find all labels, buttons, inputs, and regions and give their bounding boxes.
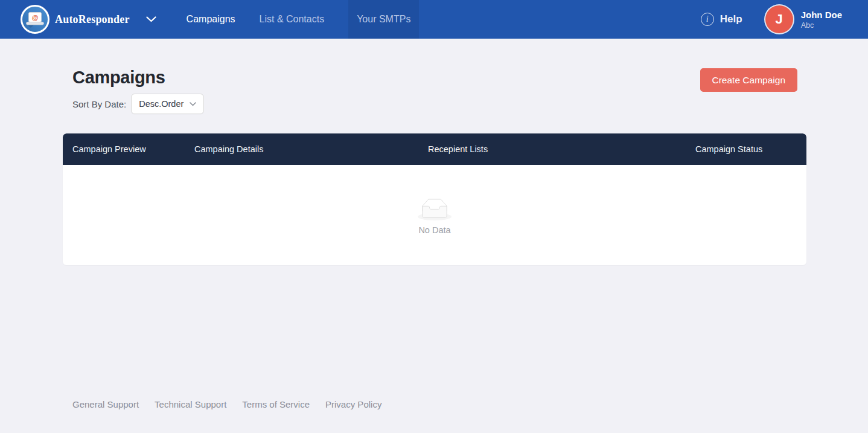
- main-nav: Campaigns List & Contacts Your SMTPs: [187, 0, 420, 39]
- top-navbar: @ AutoResponder Campaigns List & Contact…: [0, 0, 868, 39]
- avatar[interactable]: J: [765, 5, 793, 33]
- campaigns-table-card: Campaign Preview Campaing Details Recepi…: [63, 133, 806, 265]
- nav-item-list-contacts[interactable]: List & Contacts: [260, 0, 325, 39]
- chevron-down-icon: [190, 102, 196, 106]
- brand-name: AutoResponder: [55, 13, 130, 26]
- svg-text:@: @: [32, 14, 39, 21]
- help-label: Help: [720, 13, 742, 25]
- user-menu[interactable]: J John Doe Abc: [765, 5, 842, 33]
- page-content: Campaigns Sort By Date: Desc.Order Creat…: [0, 39, 868, 114]
- sort-by-date-label: Sort By Date:: [72, 99, 126, 109]
- nav-item-your-smtps[interactable]: Your SMTPs: [348, 0, 419, 39]
- footer-link-technical-support[interactable]: Technical Support: [155, 399, 226, 409]
- sort-order-select[interactable]: Desc.Order: [131, 94, 204, 114]
- footer-link-privacy-policy[interactable]: Privacy Policy: [325, 399, 381, 409]
- autoresponder-logo-icon: @: [21, 5, 49, 34]
- info-circle-icon: i: [701, 13, 714, 26]
- user-subtitle: Abc: [801, 21, 842, 30]
- empty-state: No Data: [63, 165, 806, 265]
- footer-links: General Support Technical Support Terms …: [72, 399, 381, 409]
- column-campaign-status: Campaign Status: [695, 144, 806, 154]
- column-campaign-preview: Campaign Preview: [72, 144, 194, 154]
- empty-inbox-icon: [418, 199, 452, 220]
- brand[interactable]: @ AutoResponder: [21, 5, 130, 34]
- nav-item-campaigns[interactable]: Campaigns: [187, 0, 235, 39]
- user-meta: John Doe Abc: [801, 9, 842, 30]
- column-campaign-details: Campaing Details: [194, 144, 428, 154]
- brand-chevron-down-icon[interactable]: [146, 16, 156, 22]
- footer-link-terms-of-service[interactable]: Terms of Service: [242, 399, 310, 409]
- column-recipient-lists: Recepient Lists: [428, 144, 695, 154]
- create-campaign-button[interactable]: Create Campaign: [700, 68, 797, 92]
- user-name: John Doe: [801, 9, 842, 21]
- help-button[interactable]: i Help: [701, 13, 742, 26]
- sort-order-value: Desc.Order: [139, 99, 183, 109]
- sort-row: Sort By Date: Desc.Order: [72, 94, 868, 114]
- no-data-label: No Data: [418, 225, 450, 235]
- table-header-row: Campaign Preview Campaing Details Recepi…: [63, 133, 806, 165]
- footer-link-general-support[interactable]: General Support: [72, 399, 139, 409]
